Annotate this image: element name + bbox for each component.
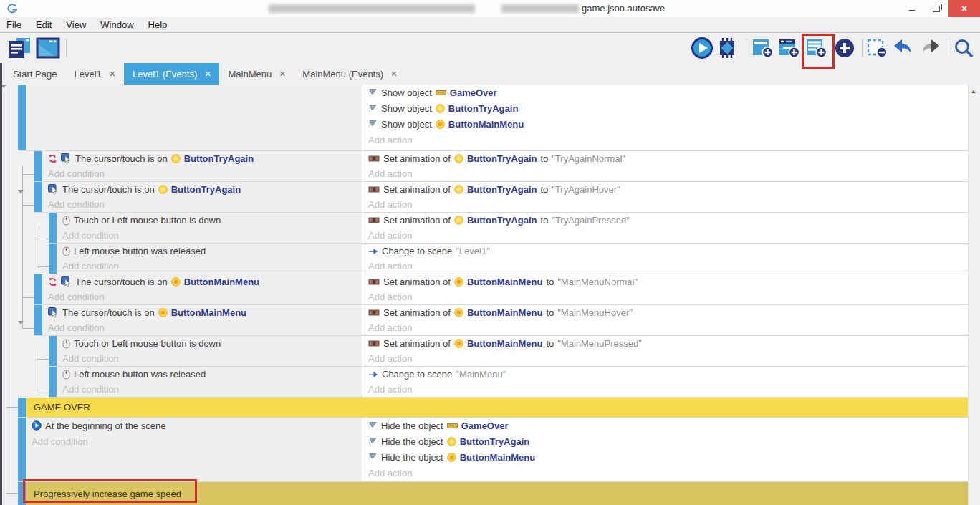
button-mainmenu-object-icon [436, 120, 445, 129]
invert-condition-icon [48, 154, 57, 163]
debugger-icon[interactable] [715, 37, 739, 59]
add-condition[interactable]: Add condition [57, 351, 362, 366]
add-action[interactable]: Add action [362, 197, 968, 212]
tab-start-page[interactable]: Start Page [4, 63, 65, 85]
event-bar[interactable] [34, 182, 42, 212]
condition-mouse-released[interactable]: Left mouse button was released [57, 244, 362, 259]
event-bar[interactable] [18, 418, 26, 481]
scene-editor-icon[interactable] [36, 37, 60, 59]
action-set-animation[interactable]: Set animation of ButtonTryAgain to "TryA… [362, 213, 968, 228]
events-sheet: Show object GameOver Show object ButtonT… [0, 85, 980, 505]
tab-mainmenu[interactable]: MainMenu × [219, 63, 294, 85]
undo-icon[interactable] [892, 37, 916, 59]
condition-cursor-on-tryagain[interactable]: The cursor/touch is on ButtonTryAgain [42, 182, 362, 197]
remove-selection-icon[interactable] [865, 37, 890, 59]
collapse-caret-icon[interactable] [18, 190, 24, 193]
tab-close-icon[interactable]: × [205, 68, 211, 80]
add-condition[interactable]: Add condition [57, 259, 362, 274]
add-condition[interactable]: Add condition [42, 289, 362, 304]
minimize-button[interactable]: – [901, 0, 923, 17]
add-event-icon[interactable] [751, 37, 775, 59]
add-condition[interactable]: Add condition [42, 320, 362, 335]
action-hide-gameover[interactable]: Hide the object GameOver [362, 418, 968, 433]
event-tryagain-hover: The cursor/touch is on ButtonTryAgain Ad… [34, 182, 968, 213]
add-action[interactable]: Add action [362, 289, 968, 304]
tab-level1[interactable]: Level1 × [65, 63, 124, 85]
add-action[interactable]: Add action [362, 320, 968, 335]
event-bar[interactable] [49, 244, 57, 274]
change-scene-icon [368, 370, 378, 379]
action-show-mainmenu[interactable]: Show object ButtonMainMenu [362, 116, 968, 132]
tab-level1-events[interactable]: Level1 (Events) × [124, 63, 220, 85]
scroll-up-icon[interactable]: ▲ [971, 88, 976, 95]
action-change-scene[interactable]: Change to scene "Level1" [362, 244, 968, 259]
vertical-scrollbar[interactable]: ▲ [968, 85, 980, 505]
event-bar[interactable] [49, 367, 57, 397]
tab-close-icon[interactable]: × [391, 68, 397, 80]
action-hide-tryagain[interactable]: Hide the object ButtonTryAgain [362, 433, 968, 449]
restore-icon [933, 6, 940, 12]
action-set-animation[interactable]: Set animation of ButtonTryAgain to "TryA… [362, 151, 968, 166]
condition-touch-down[interactable]: Touch or Left mouse button is down [57, 213, 362, 228]
action-hide-mainmenu[interactable]: Hide the object ButtonMainMenu [362, 449, 968, 465]
menu-help[interactable]: Help [141, 19, 175, 30]
collapse-caret-icon[interactable] [18, 321, 24, 324]
event-bar[interactable] [34, 274, 42, 304]
event-bar[interactable] [18, 85, 26, 150]
gdevelop-logo-icon [6, 3, 19, 14]
event-bar[interactable] [34, 305, 42, 335]
add-action[interactable]: Add action [362, 228, 968, 243]
redo-icon[interactable] [917, 37, 941, 59]
event-bar[interactable] [49, 213, 57, 243]
event-bar[interactable] [18, 398, 26, 417]
cursor-on-icon [61, 276, 72, 287]
add-action[interactable]: Add action [362, 259, 968, 274]
tab-close-icon[interactable]: × [279, 68, 285, 80]
add-action[interactable]: Add action [362, 382, 968, 397]
events-sheet-icon[interactable] [7, 37, 32, 59]
add-subevent-icon[interactable] [777, 37, 802, 59]
action-set-animation[interactable]: Set animation of ButtonTryAgain to "TryA… [362, 182, 968, 197]
add-action[interactable]: Add action [362, 351, 968, 366]
add-condition[interactable]: Add condition [26, 433, 362, 449]
mouse-icon [62, 216, 70, 226]
animation-icon [368, 155, 380, 163]
panel-edge [0, 63, 2, 505]
menu-window[interactable]: Window [93, 19, 140, 30]
add-circle-icon[interactable] [832, 37, 857, 59]
condition-beginning-of-scene[interactable]: At the beginning of the scene [26, 418, 362, 433]
title-bar: game.json.autosave – × [0, 0, 980, 17]
action-show-gameover[interactable]: Show object GameOver [362, 85, 968, 100]
maximize-button[interactable] [926, 0, 947, 17]
action-set-animation[interactable]: Set animation of ButtonMainMenu to "Main… [362, 274, 968, 289]
cursor-on-icon [48, 307, 59, 318]
add-condition[interactable]: Add condition [57, 228, 362, 243]
event-bar[interactable] [49, 336, 57, 366]
menu-file[interactable]: File [0, 19, 29, 30]
action-set-animation[interactable]: Set animation of ButtonMainMenu to "Main… [362, 305, 968, 320]
preview-play-icon[interactable] [690, 37, 714, 59]
search-icon[interactable] [951, 37, 976, 59]
tab-mainmenu-events[interactable]: MainMenu (Events) × [294, 63, 405, 85]
add-condition[interactable]: Add condition [42, 166, 362, 181]
condition-mouse-released[interactable]: Left mouse button was released [57, 367, 362, 382]
action-set-animation[interactable]: Set animation of ButtonMainMenu to "Main… [362, 336, 968, 351]
condition-cursor-on-mainmenu[interactable]: The cursor/touch is on ButtonMainMenu [42, 305, 362, 320]
add-action[interactable]: Add action [362, 465, 968, 481]
condition-cursor-on-mainmenu-inverted[interactable]: The cursor/touch is on ButtonMainMenu [42, 274, 362, 289]
menu-edit[interactable]: Edit [29, 19, 59, 30]
action-change-scene[interactable]: Change to scene "MainMenu" [362, 367, 968, 382]
tab-close-icon[interactable]: × [110, 68, 115, 80]
comment-game-over[interactable]: GAME OVER [18, 398, 968, 418]
action-show-tryagain[interactable]: Show object ButtonTryAgain [362, 100, 968, 116]
comment-text[interactable]: GAME OVER [26, 398, 968, 417]
add-condition[interactable]: Add condition [57, 382, 362, 397]
add-action[interactable]: Add action [362, 132, 968, 148]
add-action[interactable]: Add action [362, 166, 968, 181]
menu-view[interactable]: View [59, 19, 93, 30]
close-button[interactable]: × [948, 0, 980, 17]
add-condition[interactable]: Add condition [42, 197, 362, 212]
condition-touch-down[interactable]: Touch or Left mouse button is down [57, 336, 362, 351]
event-bar[interactable] [34, 151, 42, 181]
condition-cursor-on-tryagain-inverted[interactable]: The cursor/touch is on ButtonTryAgain [42, 151, 362, 166]
